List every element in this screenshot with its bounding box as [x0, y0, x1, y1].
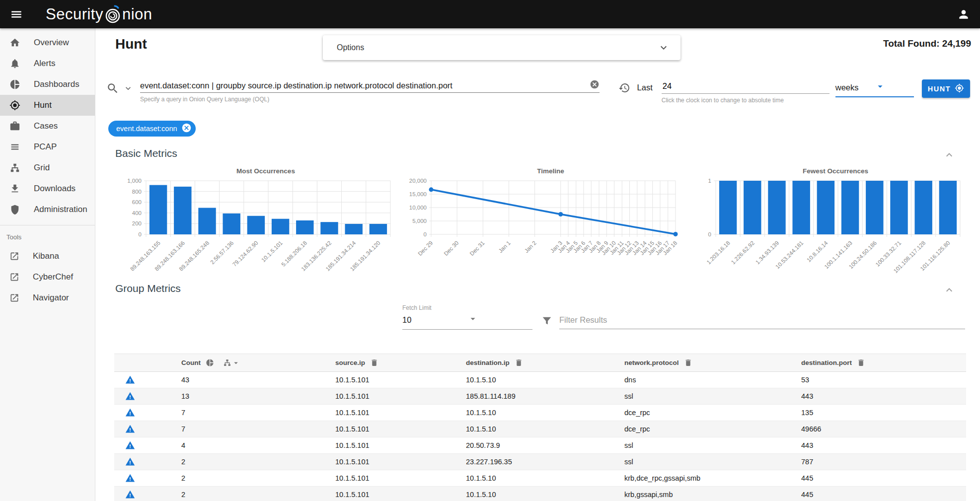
filter-results-input[interactable]: [559, 313, 965, 329]
bar-79.124.62.90[interactable]: [247, 216, 265, 234]
time-unit-select[interactable]: weeks: [835, 78, 914, 97]
bar-100.33.32.71[interactable]: [890, 181, 907, 234]
sidebar-tool-kibana[interactable]: Kibana: [0, 246, 95, 267]
table-cell: 7: [181, 409, 335, 417]
bar-1.34.93.139[interactable]: [768, 181, 785, 234]
options-panel[interactable]: Options: [323, 35, 680, 60]
chart-canvas[interactable]: 02004006008001,00089.248.163.15589.248.1…: [115, 175, 396, 278]
table-row[interactable]: 210.1.5.10110.1.5.10krb,gssapi,smb445: [114, 487, 966, 501]
column-header-label[interactable]: source.ip: [335, 359, 365, 366]
bar-89.248.165.248[interactable]: [198, 208, 216, 234]
bar-10.53.244.181[interactable]: [792, 181, 810, 234]
page-title: Hunt: [115, 36, 147, 52]
bar-185.191.34.214[interactable]: [345, 224, 362, 234]
clear-query-icon[interactable]: [590, 79, 600, 89]
delete-column-icon[interactable]: [684, 358, 692, 367]
column-header-label[interactable]: destination.ip: [466, 359, 510, 366]
user-icon[interactable]: [957, 8, 970, 21]
chip-close-icon[interactable]: [181, 123, 192, 135]
query-input[interactable]: [140, 78, 586, 90]
fetch-limit-select[interactable]: Fetch Limit 10: [402, 304, 532, 330]
history-clock-icon[interactable]: [618, 82, 630, 94]
warning-triangle-icon[interactable]: [125, 490, 135, 500]
table-row[interactable]: 710.1.5.10110.1.5.10dce_rpc135: [114, 405, 966, 421]
table-row[interactable]: 710.1.5.10110.1.5.10dce_rpc49666: [114, 421, 966, 437]
clear-query-icon[interactable]: [590, 79, 600, 89]
svg-text:1,000: 1,000: [127, 178, 142, 184]
data-point-Dec 29[interactable]: [429, 187, 433, 192]
column-header-label[interactable]: Count: [181, 359, 201, 366]
data-point-Jan 3[interactable]: [558, 212, 563, 216]
warning-triangle-icon[interactable]: [125, 391, 135, 401]
group-by-control[interactable]: [223, 358, 240, 367]
group-by-menu-icon[interactable]: [231, 358, 240, 367]
pie-chart-icon[interactable]: [206, 358, 214, 367]
table-row[interactable]: 410.1.5.10120.50.73.9ssl443: [114, 437, 966, 454]
bar-101.108.117.128[interactable]: [914, 181, 932, 234]
bar-1.226.62.92[interactable]: [744, 181, 761, 234]
menu-icon[interactable]: [10, 8, 23, 21]
sidebar-item-grid[interactable]: Grid: [0, 157, 95, 178]
filter-chip[interactable]: event.dataset:conn: [108, 121, 196, 137]
delete-column-icon[interactable]: [515, 358, 523, 367]
search-icon[interactable]: [106, 82, 119, 95]
time-value-input[interactable]: [662, 81, 831, 91]
warning-triangle-icon[interactable]: [125, 424, 135, 434]
user-icon[interactable]: [957, 8, 970, 21]
chevron-down-icon[interactable]: [123, 83, 133, 93]
bar-101.116.125.80[interactable]: [939, 181, 957, 234]
delete-column-icon[interactable]: [370, 358, 378, 367]
bar-89.248.163.155[interactable]: [150, 185, 167, 234]
sidebar-item-alerts[interactable]: Alerts: [0, 53, 95, 74]
chart-canvas[interactable]: 05,00010,00015,00020,000Dec 29Dec 30Dec …: [400, 175, 681, 278]
bar-10.8.16.14[interactable]: [817, 181, 834, 234]
warning-triangle-icon[interactable]: [125, 473, 135, 483]
warning-triangle-icon[interactable]: [125, 408, 135, 418]
bar-100.1.141.163[interactable]: [841, 181, 859, 234]
warning-triangle-icon[interactable]: [125, 457, 135, 467]
sidebar-tool-cyberchef[interactable]: CyberChef: [0, 267, 95, 287]
row-actions-cell: [114, 391, 181, 401]
basic-metrics-collapse-icon[interactable]: [943, 149, 955, 161]
svg-text:Jan 2: Jan 2: [523, 240, 537, 254]
group-metrics-collapse-icon[interactable]: [943, 284, 955, 296]
chevron-up-icon[interactable]: [943, 149, 955, 161]
sidebar-item-cases[interactable]: Cases: [0, 116, 95, 137]
bar-2.56.57.136[interactable]: [223, 214, 240, 234]
history-clock-icon[interactable]: [618, 82, 630, 94]
delete-column-icon[interactable]: [857, 358, 865, 367]
sidebar-item-pcap[interactable]: PCAP: [0, 137, 95, 157]
sidebar-item-hunt[interactable]: Hunt: [0, 95, 95, 116]
bar-185.191.34.120[interactable]: [370, 224, 387, 234]
chart-canvas[interactable]: 011.203.16.181.226.62.921.34.93.13910.53…: [685, 175, 966, 278]
bar-1.203.16.18[interactable]: [719, 181, 737, 234]
table-row[interactable]: 4310.1.5.10110.1.5.10dns53: [114, 372, 966, 388]
group-by-icon[interactable]: [223, 358, 231, 367]
menu-icon[interactable]: [10, 8, 23, 21]
bar-89.248.163.166[interactable]: [174, 187, 191, 234]
table-cell: 49666: [801, 425, 966, 433]
bar-5.188.206.18[interactable]: [296, 220, 313, 234]
bar-10.1.5.101[interactable]: [272, 219, 289, 234]
sidebar-item-administration[interactable]: Administration: [0, 199, 95, 220]
sidebar-item-downloads[interactable]: Downloads: [0, 178, 95, 199]
column-header-label[interactable]: network.protocol: [624, 359, 679, 366]
search-icon[interactable]: [106, 82, 119, 95]
query-history-chevron-icon[interactable]: [123, 83, 133, 93]
data-point-Jan 18[interactable]: [673, 232, 678, 236]
column-header-label[interactable]: destination.port: [801, 359, 852, 366]
sidebar-item-dashboards[interactable]: Dashboards: [0, 74, 95, 95]
bar-100.24.50.186[interactable]: [866, 181, 883, 234]
table-row[interactable]: 210.1.5.10123.227.196.35ssl787: [114, 454, 966, 470]
sidebar-item-overview[interactable]: Overview: [0, 32, 95, 53]
bar-183.136.225.42[interactable]: [320, 222, 338, 234]
table-row[interactable]: 1310.1.5.101185.81.114.189ssl443: [114, 388, 966, 405]
warning-triangle-icon[interactable]: [125, 440, 135, 450]
chevron-up-icon[interactable]: [943, 284, 955, 296]
chart-title: Most Occurrences: [135, 167, 396, 175]
hunt-button[interactable]: HUNT: [922, 79, 970, 98]
sidebar-tool-navigator[interactable]: Navigator: [0, 287, 95, 308]
table-row[interactable]: 210.1.5.10110.1.5.10krb,dce_rpc,gssapi,s…: [114, 470, 966, 487]
chip-close-icon[interactable]: [181, 123, 192, 133]
warning-triangle-icon[interactable]: [125, 375, 135, 385]
